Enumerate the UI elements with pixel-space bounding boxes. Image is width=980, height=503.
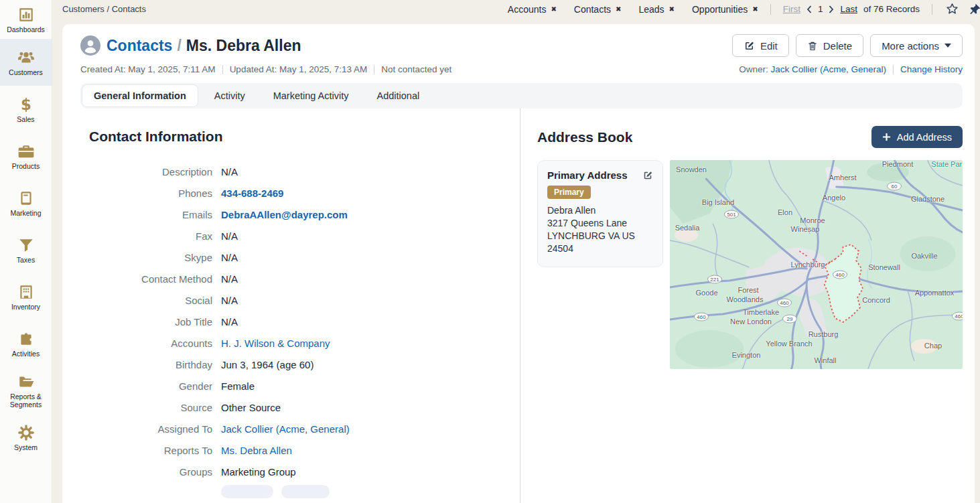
tab-additional[interactable]: Additional	[365, 84, 432, 107]
address-line: LYNCHBURG VA US	[547, 230, 653, 242]
field-value[interactable]: 434-688-2469	[221, 188, 283, 199]
edit-button[interactable]: Edit	[732, 34, 789, 57]
sidebar-item-label: System	[13, 443, 39, 451]
tab-activity[interactable]: Activity	[202, 84, 257, 107]
pager-first-link[interactable]: First	[783, 4, 800, 14]
field-value[interactable]: Jack Collier (Acme, General)	[221, 423, 350, 435]
field-label: Emails	[80, 209, 212, 220]
sidebar-item-products[interactable]: Products	[0, 133, 52, 179]
owner-row: Owner: Jack Collier (Acme, General) Chan…	[739, 64, 963, 74]
add-address-button[interactable]: Add Address	[871, 126, 963, 148]
delete-button-label: Delete	[823, 40, 852, 52]
edit-button-label: Edit	[760, 40, 778, 52]
field-label: Gender	[80, 380, 212, 392]
field-row: GroupsMarketing Group	[80, 461, 520, 482]
sidebar-item-system[interactable]: System	[0, 414, 52, 461]
sidebar-item-customers[interactable]: Customers	[0, 39, 52, 86]
tag-pills	[221, 485, 520, 498]
address-book-header: Address Book Add Address	[537, 126, 963, 148]
close-icon[interactable]: ✖	[551, 5, 556, 13]
book-icon	[17, 190, 35, 207]
gear-icon	[17, 424, 35, 441]
created-at-text: Created At: May 1, 2025, 7:11 AM	[80, 64, 216, 74]
pager-records-count: of 76 Records	[863, 4, 920, 14]
change-history-link[interactable]: Change History	[900, 64, 963, 74]
dollar-icon: $	[17, 96, 35, 113]
field-value[interactable]: Ms. Debra Allen	[221, 445, 292, 456]
title-actions: Edit Delete More actions	[732, 34, 963, 57]
field-value: N/A	[221, 295, 238, 306]
sidebar-item-reports-segments[interactable]: Reports & Segments	[0, 367, 52, 414]
field-row: BirthdayJun 3, 1964 (age 60)	[80, 354, 520, 375]
address-book-section: Address Book Add Address Primary Address	[520, 109, 963, 503]
field-value[interactable]: DebraAAllen@dayrep.com	[221, 209, 348, 220]
sidebar-item-taxes[interactable]: Taxes	[0, 226, 52, 273]
pinned-tabs: Accounts ✖ Contacts ✖ Leads ✖ Opportunit…	[508, 4, 758, 15]
field-value: Other Source	[221, 402, 281, 413]
address-map[interactable]: SnowdenAmherstPiedmontState ParkAngeloGl…	[670, 160, 963, 369]
contact-avatar	[80, 35, 100, 56]
puzzle-icon	[17, 330, 35, 348]
field-value[interactable]: H. J. Wilson & Company	[221, 338, 330, 349]
pinned-tab-label: Contacts	[574, 4, 611, 15]
chevron-down-icon	[944, 44, 951, 48]
pager-last-link[interactable]: Last	[840, 4, 857, 14]
pin-icon[interactable]	[968, 3, 980, 16]
field-value: Female	[221, 380, 255, 392]
field-row: Contact MethodN/A	[80, 268, 520, 289]
briefcase-icon	[17, 143, 35, 160]
address-book-body: Primary Address Primary Debra Allen3217 …	[537, 160, 963, 369]
field-label: Accounts	[80, 338, 212, 349]
field-row: FaxN/A	[80, 225, 520, 246]
edit-address-icon[interactable]	[642, 170, 653, 181]
sidebar: Dashboards Customers $ Sales Products Ma…	[0, 0, 52, 503]
tag-pill[interactable]	[281, 485, 330, 498]
pinned-tab-contacts[interactable]: Contacts ✖	[574, 4, 622, 15]
topbar-icons	[946, 3, 976, 16]
pinned-tab-leads[interactable]: Leads ✖	[638, 4, 675, 15]
favorite-star-icon[interactable]	[946, 3, 959, 15]
page-title: Ms. Debra Allen	[186, 37, 301, 55]
field-label: Fax	[80, 230, 212, 242]
field-row: SkypeN/A	[80, 246, 520, 268]
tab-bar: General Information Activity Marketing A…	[80, 83, 963, 109]
sidebar-item-marketing[interactable]: Marketing	[0, 179, 52, 226]
field-row: Job TitleN/A	[80, 311, 520, 332]
field-row: GenderFemale	[80, 375, 520, 397]
sidebar-item-dashboards[interactable]: Dashboards	[0, 0, 52, 39]
pinned-tab-opportunities[interactable]: Opportunities ✖	[692, 4, 758, 15]
field-label: Phones	[80, 188, 212, 199]
owner-link[interactable]: Jack Collier (Acme, General)	[770, 64, 886, 74]
sidebar-item-inventory[interactable]: Inventory	[0, 273, 52, 320]
more-actions-button[interactable]: More actions	[870, 34, 963, 57]
address-line: 3217 Queens Lane	[547, 217, 653, 230]
delete-button[interactable]: Delete	[796, 34, 863, 57]
close-icon[interactable]: ✖	[616, 5, 621, 13]
divider	[770, 4, 771, 15]
sidebar-item-label: Marketing	[9, 209, 42, 217]
tab-marketing-activity[interactable]: Marketing Activity	[261, 84, 361, 107]
tab-general-information[interactable]: General Information	[82, 84, 198, 107]
field-value: N/A	[221, 316, 238, 328]
field-label: Description	[80, 166, 212, 177]
field-label: Skype	[80, 252, 212, 263]
field-label: Reports To	[80, 445, 212, 456]
close-icon[interactable]: ✖	[752, 5, 758, 13]
field-row: SourceOther Source	[80, 397, 520, 418]
divider	[374, 65, 374, 74]
field-row: Assigned ToJack Collier (Acme, General)	[80, 418, 520, 439]
svg-text:$: $	[21, 96, 31, 113]
tag-pill[interactable]	[221, 485, 273, 498]
funnel-icon	[17, 236, 35, 254]
sidebar-item-sales[interactable]: $ Sales	[0, 86, 52, 133]
sidebar-item-activities[interactable]: Activities	[0, 320, 52, 367]
pinned-tab-accounts[interactable]: Accounts ✖	[508, 4, 557, 15]
chevron-left-icon[interactable]	[807, 5, 812, 13]
chevron-right-icon[interactable]	[829, 5, 834, 13]
main-area: Customers / Contacts Accounts ✖ Contacts…	[52, 0, 980, 503]
sidebar-item-label: Sales	[15, 115, 36, 123]
divider	[932, 4, 932, 15]
close-icon[interactable]: ✖	[669, 5, 675, 13]
field-row: Phones434-688-2469	[80, 182, 520, 204]
entity-breadcrumb-link[interactable]: Contacts	[107, 37, 172, 55]
